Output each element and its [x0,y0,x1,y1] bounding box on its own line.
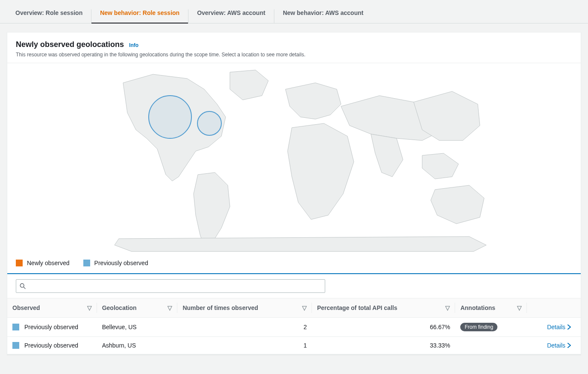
chevron-right-icon [567,343,571,348]
sort-icon: ▽ [445,304,450,311]
col-details-header [527,298,581,318]
times-cell: 1 [177,337,312,354]
square-swatch-icon [12,342,19,349]
tab-overview-aws-account[interactable]: Overview: AWS account [188,9,274,23]
annotations-cell [455,337,527,354]
observed-cell: Previously observed [12,342,92,349]
map-circle-2[interactable] [197,111,221,135]
geolocations-table: Observed ▽ Geolocation ▽ Number of times… [7,298,581,354]
sort-icon: ▽ [168,304,172,311]
info-link[interactable]: Info [129,42,138,48]
world-map-svg [97,66,491,253]
table-row: Previously observed Ashburn, US 1 33.33%… [7,337,581,354]
square-swatch-icon [12,324,19,330]
observed-cell: Previously observed [12,324,92,330]
square-swatch-icon [83,260,90,266]
search-input[interactable] [29,283,321,289]
table-row: Previously observed Bellevue, US 2 66.67… [7,318,581,337]
col-pct-header[interactable]: Percentage of total API calls ▽ [312,298,456,318]
panel-header: Newly observed geolocations Info This re… [7,32,581,63]
tab-overview-role-session[interactable]: Overview: Role session [8,9,91,23]
panel-description: This resource was observed operating in … [16,52,572,58]
details-label: Details [547,324,565,330]
details-link[interactable]: Details [547,324,576,330]
tabs-container: Overview: Role session New behavior: Rol… [0,0,588,23]
observed-label: Previously observed [24,342,78,349]
square-swatch-icon [16,260,23,266]
geolocations-panel: Newly observed geolocations Info This re… [7,32,581,355]
details-label: Details [547,342,565,349]
times-cell: 2 [177,318,312,337]
legend-item-new: Newly observed [16,260,70,266]
col-geolocation-header[interactable]: Geolocation ▽ [97,298,178,318]
pct-cell: 33.33% [312,337,456,354]
col-observed-header[interactable]: Observed ▽ [7,298,97,318]
table-header-row: Observed ▽ Geolocation ▽ Number of times… [7,298,581,318]
sort-icon: ▽ [302,304,307,311]
map-legend: Newly observed Previously observed [7,258,581,273]
col-times-label: Number of times observed [182,304,258,311]
col-times-header[interactable]: Number of times observed ▽ [177,298,312,318]
observed-label: Previously observed [24,324,78,330]
col-annotations-label: Annotations [460,304,495,311]
chevron-right-icon [567,324,571,330]
search-box[interactable] [16,279,325,293]
col-observed-label: Observed [12,304,40,311]
sort-icon: ▽ [517,304,522,311]
search-icon [20,283,26,289]
sort-icon: ▽ [87,304,92,311]
search-row [7,274,581,295]
svg-line-1 [24,287,25,289]
legend-prev-label: Previously observed [94,260,148,266]
map-circle-1[interactable] [149,96,191,138]
geolocation-cell: Bellevue, US [97,318,178,337]
col-geolocation-label: Geolocation [102,304,137,311]
details-link[interactable]: Details [547,342,576,349]
pct-cell: 66.67% [312,318,456,337]
panel-title: Newly observed geolocations [16,40,124,49]
annotation-badge: From finding [460,323,497,331]
legend-item-prev: Previously observed [83,260,148,266]
legend-new-label: Newly observed [27,260,70,266]
world-map[interactable] [7,63,581,258]
col-pct-label: Percentage of total API calls [317,304,397,311]
tab-new-behavior-role-session[interactable]: New behavior: Role session [91,9,188,23]
annotations-cell: From finding [455,318,527,337]
tab-new-behavior-aws-account[interactable]: New behavior: AWS account [274,9,372,23]
geolocation-cell: Ashburn, US [97,337,178,354]
col-annotations-header[interactable]: Annotations ▽ [455,298,527,318]
